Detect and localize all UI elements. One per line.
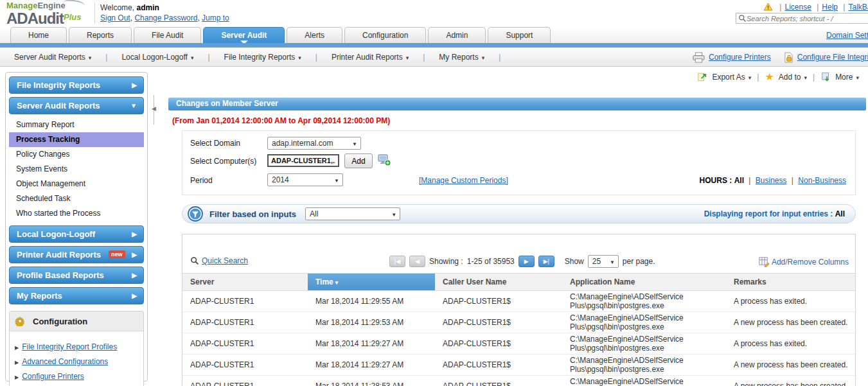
subnav-server-audit-reports[interactable]: Server Audit Reports: [14, 53, 91, 62]
sidebar-item-object-management[interactable]: Object Management: [9, 177, 144, 191]
top-header: ManageEngine ADAuditPlus Welcome, admin …: [0, 0, 868, 26]
config-link-file-integrity-report-profiles[interactable]: File Integrity Report Profiles: [15, 342, 138, 351]
per-page-select[interactable]: 25: [588, 255, 619, 268]
cell-remarks: A process has exited.: [726, 291, 855, 312]
sidebar-section-printer-audit-reports[interactable]: Printer Audit Reportsnew: [9, 246, 144, 263]
manage-custom-periods-link[interactable]: [Manage Custom Periods]: [419, 176, 508, 185]
show-label: Show: [565, 257, 584, 266]
subnav-file-integrity-reports[interactable]: File Integrity Reports: [224, 53, 301, 62]
tab-configuration[interactable]: Configuration: [344, 27, 426, 44]
subnav-label: My Reports: [439, 53, 478, 62]
previous-page-button[interactable]: [409, 256, 425, 267]
sidebar-item-summary-report[interactable]: Summary Report: [9, 118, 144, 132]
brand-engine: Engine: [37, 1, 65, 10]
sidebar-section-local-logon-logoff[interactable]: Local Logon-Logoff: [9, 225, 144, 243]
chevron-down-icon: [130, 98, 137, 114]
table-row[interactable]: ADAP-CLUSTER1 Mar 18,2014 11:28:53 AM AD…: [182, 376, 855, 386]
sidebar-item-process-tracking[interactable]: Process Tracking: [9, 132, 144, 147]
configure-printers-link[interactable]: Configure Printers: [709, 53, 771, 62]
column-header-remarks[interactable]: Remarks: [726, 274, 855, 291]
first-page-button[interactable]: [389, 256, 405, 267]
section-label: Printer Audit Reports: [17, 250, 101, 259]
tab-home[interactable]: Home: [10, 27, 67, 44]
cell-time: Mar 18,2014 11:29:27 AM: [308, 355, 435, 376]
sidebar-item-scheduled-task[interactable]: Scheduled Task: [9, 191, 144, 206]
column-label: Server: [190, 277, 214, 286]
per-page-value: 25: [592, 257, 601, 266]
change-password-link[interactable]: Change Password: [134, 13, 197, 22]
column-header-server[interactable]: Server: [182, 274, 308, 291]
table-row[interactable]: ADAP-CLUSTER1 Mar 18,2014 11:29:27 AM AD…: [182, 333, 855, 355]
next-page-button[interactable]: [518, 256, 535, 267]
subnav-local-logon-logoff[interactable]: Local Logon-Logoff: [121, 53, 193, 62]
domain-select[interactable]: adap.internal.com: [267, 137, 361, 150]
export-as-button[interactable]: Export As: [712, 73, 751, 82]
computers-input[interactable]: [267, 154, 339, 167]
last-page-button[interactable]: [538, 256, 554, 267]
more-button[interactable]: More: [835, 73, 859, 82]
dropdown-arrow-icon: [347, 139, 357, 148]
config-link-configure-printers[interactable]: Configure Printers: [15, 372, 138, 381]
brand-line: ManageEngine: [6, 1, 93, 10]
cell-application: C:\ManageEngine\ADSelfService Plus\pgsql…: [562, 376, 726, 386]
sidebar-section-profile-based-reports[interactable]: Profile Based Reports: [9, 267, 144, 284]
cell-server: ADAP-CLUSTER1: [182, 355, 308, 376]
sidebar-section-server-audit-reports[interactable]: Server Audit Reports: [9, 97, 144, 114]
hours-non-business-link[interactable]: Non-Business: [798, 176, 846, 185]
separator: |: [757, 73, 759, 82]
tab-reports[interactable]: Reports: [69, 27, 132, 44]
dropdown-arrow-icon: [386, 209, 396, 218]
sidebar-section-file-integrity-reports[interactable]: File Integrity Reports: [9, 76, 144, 94]
sidebar-collapse-handle[interactable]: ◀: [152, 95, 157, 125]
config-link-advanced-configurations[interactable]: Advanced Configurations: [15, 357, 138, 366]
add-remove-columns[interactable]: Add/Remove Columns: [759, 256, 849, 267]
separator: |: [748, 176, 750, 185]
quick-search-link[interactable]: Quick Search: [202, 256, 248, 265]
hours-business-link[interactable]: Business: [756, 176, 787, 185]
new-badge: new: [109, 250, 125, 258]
column-header-caller-user-name[interactable]: Caller User Name: [435, 274, 562, 291]
triangle-right-icon: [15, 357, 22, 366]
sort-descending-icon: [333, 277, 339, 286]
configure-file-integrity-link[interactable]: Configure File Integrity: [797, 53, 868, 62]
tab-support[interactable]: Support: [488, 27, 551, 44]
search-input[interactable]: [747, 15, 868, 22]
period-label: Period: [190, 176, 213, 185]
add-computer-button[interactable]: Add: [344, 154, 373, 168]
subnav-my-reports[interactable]: My Reports: [439, 53, 484, 62]
sidebar-item-who-started-the-process[interactable]: Who started the Process: [9, 206, 144, 221]
table-row[interactable]: ADAP-CLUSTER1 Mar 18,2014 11:29:53 AM AD…: [182, 312, 855, 333]
add-to-button[interactable]: Add to: [779, 73, 807, 82]
column-header-time[interactable]: Time: [308, 274, 435, 291]
jump-to-link[interactable]: Jump to: [202, 13, 229, 22]
table-row[interactable]: ADAP-CLUSTER1 Mar 18,2014 11:29:55 AM AD…: [182, 291, 855, 312]
dropdown-arrow-icon: [605, 257, 615, 266]
period-select[interactable]: 2014: [267, 173, 343, 186]
export-as-label: Export As: [712, 73, 745, 82]
filter-select[interactable]: All: [305, 207, 400, 220]
search-icon: [190, 256, 199, 265]
license-link[interactable]: License: [784, 3, 811, 12]
tab-file-audit[interactable]: File Audit: [134, 27, 201, 44]
sign-out-link[interactable]: Sign Out: [100, 13, 130, 22]
help-link[interactable]: Help: [822, 3, 838, 12]
add-computer-icon[interactable]: [377, 154, 391, 166]
column-label: Application Name: [570, 277, 635, 286]
tab-server-audit[interactable]: Server Audit: [203, 27, 285, 44]
subnav-label: Server Audit Reports: [14, 53, 85, 62]
subnav-printer-audit-reports[interactable]: Printer Audit Reports: [332, 53, 409, 62]
tab-admin[interactable]: Admin: [428, 27, 486, 44]
domain-settings-link[interactable]: Domain Settings: [826, 31, 868, 40]
column-header-application-name[interactable]: Application Name: [562, 274, 726, 291]
showing-range: 1-25 of 35953: [467, 257, 515, 266]
sidebar-item-policy-changes[interactable]: Policy Changes: [9, 147, 144, 162]
sidebar-section-my-reports[interactable]: My Reports: [9, 287, 144, 304]
add-to-label: Add to: [779, 73, 801, 82]
warning-icon[interactable]: [763, 3, 773, 11]
sidebar-item-system-events[interactable]: System Events: [9, 162, 144, 177]
table-row[interactable]: ADAP-CLUSTER1 Mar 18,2014 11:29:27 AM AD…: [182, 355, 855, 376]
hours-filter: HOURS : All | Business | Non-Business: [700, 176, 846, 185]
product-name: ADAuditPlus: [6, 10, 93, 26]
tab-alerts[interactable]: Alerts: [287, 27, 342, 44]
talkback-link[interactable]: TalkBack: [848, 3, 868, 12]
